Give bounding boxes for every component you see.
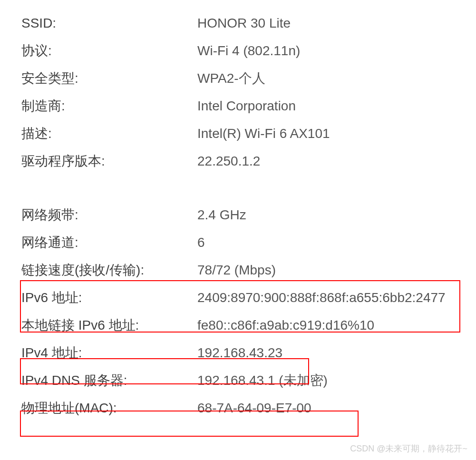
property-row-protocol: 协议: Wi-Fi 4 (802.11n): [21, 37, 455, 65]
value-mac: 68-7A-64-09-E7-00: [197, 394, 311, 422]
label-linkspeed: 链接速度(接收/传输):: [21, 256, 197, 284]
value-security: WPA2-个人: [197, 65, 265, 92]
property-row-ipv6: IPv6 地址: 2409:8970:900:888f:868f:a655:6b…: [21, 284, 455, 312]
value-driver: 22.250.1.2: [197, 147, 260, 175]
property-row-ipv4: IPv4 地址: 192.168.43.23: [21, 339, 455, 367]
watermark-text: CSDN @未来可期，静待花开~: [350, 443, 467, 454]
property-row-linkspeed: 链接速度(接收/传输): 78/72 (Mbps): [21, 256, 455, 284]
property-row-driver: 驱动程序版本: 22.250.1.2: [21, 147, 455, 175]
label-ipv4dns: IPv4 DNS 服务器:: [21, 367, 197, 394]
label-ipv6local: 本地链接 IPv6 地址:: [21, 312, 197, 339]
property-row-ipv6local: 本地链接 IPv6 地址: fe80::c86f:a9ab:c919:d16%1…: [21, 312, 455, 339]
label-ipv6: IPv6 地址:: [21, 284, 197, 312]
label-ipv4: IPv4 地址:: [21, 339, 197, 367]
property-row-security: 安全类型: WPA2-个人: [21, 65, 455, 92]
value-channel: 6: [197, 229, 205, 256]
property-row-ssid: SSID: HONOR 30 Lite: [21, 10, 455, 37]
label-mac: 物理地址(MAC):: [21, 394, 197, 422]
property-row-description: 描述: Intel(R) Wi-Fi 6 AX101: [21, 120, 455, 147]
label-channel: 网络通道:: [21, 229, 197, 256]
value-description: Intel(R) Wi-Fi 6 AX101: [197, 120, 330, 147]
value-ipv6: 2409:8970:900:888f:868f:a655:6bb2:2477: [197, 284, 446, 312]
value-band: 2.4 GHz: [197, 201, 246, 229]
network-properties-panel: SSID: HONOR 30 Lite 协议: Wi-Fi 4 (802.11n…: [0, 0, 476, 431]
section-spacer: [21, 175, 455, 201]
value-ssid: HONOR 30 Lite: [197, 10, 291, 37]
label-protocol: 协议:: [21, 37, 197, 65]
value-ipv4: 192.168.43.23: [197, 339, 282, 367]
label-driver: 驱动程序版本:: [21, 147, 197, 175]
value-protocol: Wi-Fi 4 (802.11n): [197, 37, 300, 65]
label-manufacturer: 制造商:: [21, 92, 197, 120]
value-manufacturer: Intel Corporation: [197, 92, 296, 120]
property-row-mac: 物理地址(MAC): 68-7A-64-09-E7-00: [21, 394, 455, 422]
value-ipv4dns: 192.168.43.1 (未加密): [197, 367, 328, 394]
label-ssid: SSID:: [21, 10, 197, 37]
value-ipv6local: fe80::c86f:a9ab:c919:d16%10: [197, 312, 374, 339]
property-row-ipv4dns: IPv4 DNS 服务器: 192.168.43.1 (未加密): [21, 367, 455, 394]
property-row-manufacturer: 制造商: Intel Corporation: [21, 92, 455, 120]
property-row-band: 网络频带: 2.4 GHz: [21, 201, 455, 229]
label-security: 安全类型:: [21, 65, 197, 92]
value-linkspeed: 78/72 (Mbps): [197, 256, 276, 284]
property-row-channel: 网络通道: 6: [21, 229, 455, 256]
label-band: 网络频带:: [21, 201, 197, 229]
label-description: 描述:: [21, 120, 197, 147]
